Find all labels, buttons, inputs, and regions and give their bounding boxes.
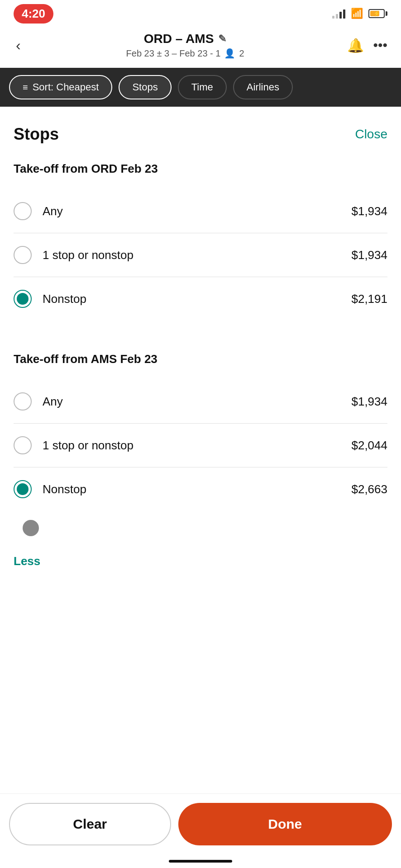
status-time: 4:20 bbox=[14, 4, 53, 24]
return-nonstop-label: Nonstop bbox=[43, 482, 86, 496]
return-section: Take-off from AMS Feb 23 Any $1,934 1 st… bbox=[14, 352, 387, 511]
outbound-any-label: Any bbox=[43, 204, 63, 218]
person-icon: 👤 bbox=[224, 48, 235, 59]
scroll-indicator bbox=[23, 520, 39, 536]
outbound-any-radio[interactable] bbox=[14, 202, 32, 220]
less-button[interactable]: Less bbox=[14, 545, 387, 582]
stops-panel: Stops Close Take-off from ORD Feb 23 Any… bbox=[0, 107, 401, 582]
stops-label: Stops bbox=[132, 81, 158, 93]
sort-label: Sort: Cheapest bbox=[33, 81, 99, 93]
return-any-price: $1,934 bbox=[351, 395, 387, 409]
panel-header: Stops Close bbox=[14, 125, 387, 144]
return-heading: Take-off from AMS Feb 23 bbox=[14, 352, 387, 366]
header-actions: 🔔 ••• bbox=[347, 38, 387, 53]
passenger-count: 2 bbox=[239, 48, 244, 59]
outbound-1stop-radio[interactable] bbox=[14, 246, 32, 264]
return-1stop-price: $2,044 bbox=[351, 439, 387, 453]
status-bar: 4:20 📶 ⚡ bbox=[0, 0, 401, 27]
airlines-label: Airlines bbox=[247, 81, 279, 93]
sort-button[interactable]: ≡ Sort: Cheapest bbox=[9, 75, 112, 99]
battery-icon: ⚡ bbox=[368, 9, 387, 18]
route-text: ORD – AMS bbox=[144, 32, 214, 46]
airlines-button[interactable]: Airlines bbox=[233, 75, 293, 99]
outbound-nonstop-option[interactable]: Nonstop $2,191 bbox=[14, 277, 387, 321]
signal-icon bbox=[332, 9, 345, 19]
return-1stop-radio[interactable] bbox=[14, 436, 32, 454]
outbound-section: Take-off from ORD Feb 23 Any $1,934 1 st… bbox=[14, 162, 387, 321]
done-button[interactable]: Done bbox=[178, 803, 392, 845]
time-label: Time bbox=[191, 81, 213, 93]
header: ‹ ORD – AMS ✎ Feb 23 ± 3 – Feb 23 - 1 👤 … bbox=[0, 27, 401, 68]
outbound-any-price: $1,934 bbox=[351, 204, 387, 218]
return-any-option[interactable]: Any $1,934 bbox=[14, 380, 387, 424]
panel-title: Stops bbox=[14, 125, 59, 144]
status-icons: 📶 ⚡ bbox=[332, 8, 387, 19]
filter-bar: ≡ Sort: Cheapest Stops Time Airlines bbox=[0, 68, 401, 107]
clear-button[interactable]: Clear bbox=[9, 803, 171, 845]
return-1stop-option[interactable]: 1 stop or nonstop $2,044 bbox=[14, 424, 387, 467]
outbound-any-option[interactable]: Any $1,934 bbox=[14, 189, 387, 233]
close-button[interactable]: Close bbox=[355, 127, 387, 142]
route-title: ORD – AMS ✎ bbox=[23, 32, 348, 46]
trip-subtitle: Feb 23 ± 3 – Feb 23 - 1 👤 2 bbox=[23, 48, 348, 59]
back-button[interactable]: ‹ bbox=[14, 35, 23, 56]
outbound-nonstop-label: Nonstop bbox=[43, 292, 86, 306]
return-nonstop-radio[interactable] bbox=[14, 480, 32, 498]
return-nonstop-price: $2,663 bbox=[351, 482, 387, 496]
return-any-label: Any bbox=[43, 395, 63, 409]
outbound-1stop-price: $1,934 bbox=[351, 248, 387, 262]
return-any-radio[interactable] bbox=[14, 392, 32, 410]
edit-icon[interactable]: ✎ bbox=[218, 33, 226, 45]
date-range: Feb 23 ± 3 – Feb 23 - 1 bbox=[126, 48, 221, 59]
home-indicator bbox=[169, 860, 232, 863]
header-center: ORD – AMS ✎ Feb 23 ± 3 – Feb 23 - 1 👤 2 bbox=[23, 32, 348, 59]
wifi-icon: 📶 bbox=[351, 8, 363, 19]
stops-button[interactable]: Stops bbox=[119, 75, 171, 99]
more-button[interactable]: ••• bbox=[373, 38, 387, 53]
outbound-nonstop-radio[interactable] bbox=[14, 290, 32, 308]
outbound-heading: Take-off from ORD Feb 23 bbox=[14, 162, 387, 176]
return-nonstop-option[interactable]: Nonstop $2,663 bbox=[14, 467, 387, 511]
time-button[interactable]: Time bbox=[178, 75, 227, 99]
outbound-1stop-option[interactable]: 1 stop or nonstop $1,934 bbox=[14, 233, 387, 277]
sort-icon: ≡ bbox=[23, 82, 28, 93]
outbound-nonstop-price: $2,191 bbox=[351, 292, 387, 306]
bottom-actions: Clear Done bbox=[0, 793, 401, 868]
notification-button[interactable]: 🔔 bbox=[347, 38, 364, 53]
return-1stop-label: 1 stop or nonstop bbox=[43, 439, 134, 453]
outbound-1stop-label: 1 stop or nonstop bbox=[43, 248, 134, 262]
